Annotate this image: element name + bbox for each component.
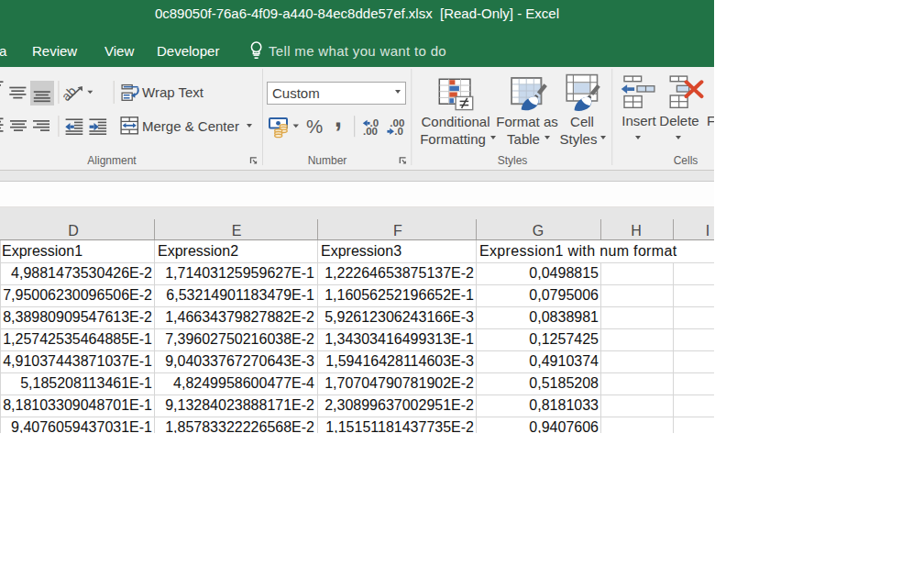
svg-text:.00: .00 [363,126,378,137]
svg-text:,: , [335,102,342,132]
svg-text:%: % [306,116,323,137]
svg-text:ab: ab [59,83,79,104]
svg-text:.0: .0 [394,126,403,137]
